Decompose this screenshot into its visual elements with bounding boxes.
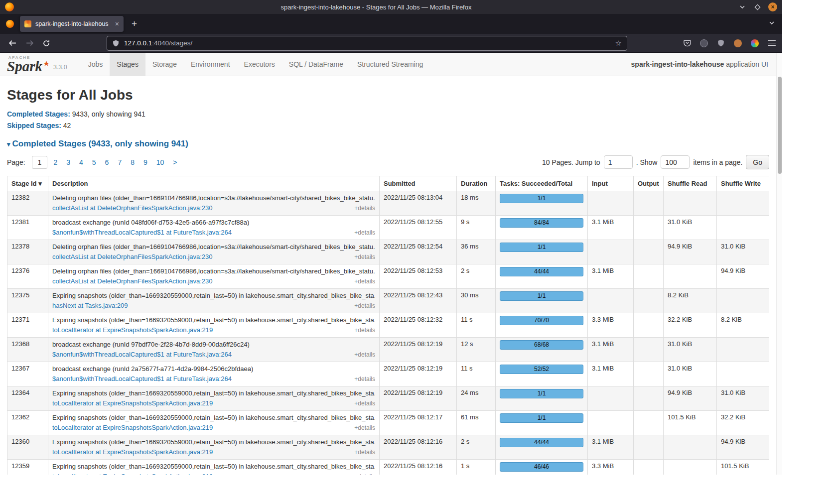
task-progress-bar: 70/70 [500, 316, 583, 325]
details-toggle[interactable]: +details [354, 326, 375, 335]
task-progress-bar: 52/52 [500, 365, 583, 374]
stage-callsite-link[interactable]: toLocalIterator at ExpireSnapshotsSparkA… [52, 399, 213, 408]
page-link-5[interactable]: 5 [88, 156, 101, 168]
stage-callsite-link[interactable]: collectAsList at DeleteOrphanFilesSparkA… [52, 277, 213, 286]
output-cell [634, 264, 664, 289]
minimize-icon[interactable] [738, 3, 746, 11]
column-header-5[interactable]: Input [588, 176, 634, 191]
nav-stages[interactable]: Stages [110, 53, 145, 76]
stage-callsite-link[interactable]: $anonfun$withThreadLocalCaptured$1 at Fu… [52, 375, 232, 383]
stage-callsite-link[interactable]: toLocalIterator at ExpireSnapshotsSparkA… [52, 448, 213, 457]
stage-callsite-link[interactable]: toLocalIterator at ExpireSnapshotsSparkA… [52, 423, 213, 432]
stage-callsite-link[interactable]: collectAsList at DeleteOrphanFilesSparkA… [52, 204, 213, 213]
column-header-8[interactable]: Shuffle Write [717, 176, 769, 191]
task-progress-label: 44/44 [500, 267, 583, 276]
jump-to-input[interactable] [604, 155, 633, 169]
completed-stages-link[interactable]: Completed Stages: [7, 110, 70, 118]
stage-callsite-link[interactable]: $anonfun$withThreadLocalCaptured$1 at Fu… [52, 228, 232, 237]
page-link-3[interactable]: 3 [62, 156, 75, 168]
menu-icon[interactable] [767, 39, 776, 48]
details-toggle[interactable]: +details [354, 252, 375, 261]
extension-icon-3[interactable] [750, 39, 759, 48]
page-link-10[interactable]: 10 [152, 156, 169, 168]
page-size-input[interactable] [661, 155, 690, 169]
column-header-4[interactable]: Tasks: Succeeded/Total [496, 176, 588, 191]
nav-executors[interactable]: Executors [237, 53, 282, 76]
close-icon[interactable]: × [768, 2, 777, 11]
stage-callsite-link[interactable]: collectAsList at DeleteOrphanFilesSparkA… [52, 252, 213, 261]
completed-stages-section-header[interactable]: ▾Completed Stages (9433, only showing 94… [7, 139, 769, 149]
details-toggle[interactable]: +details [354, 277, 375, 286]
page-next-link[interactable]: > [168, 156, 181, 168]
page-link-1[interactable]: 1 [32, 156, 48, 169]
column-header-2[interactable]: Submitted [380, 176, 457, 191]
page-link-2[interactable]: 2 [49, 156, 62, 168]
firefox-view-button[interactable] [5, 19, 15, 29]
details-toggle[interactable]: +details [354, 448, 375, 457]
submitted-cell: 2022/11/25 08:12:43 [380, 289, 457, 313]
tab-spark-ui[interactable]: spark-ingest-into-lakehous × [20, 16, 124, 32]
extension-icon-2[interactable] [733, 39, 742, 48]
new-tab-button[interactable]: + [129, 18, 140, 29]
stage-id-cell: 12376 [7, 264, 48, 289]
table-row: 12364 Expiring snapshots (older_than=166… [7, 386, 769, 411]
details-toggle[interactable]: +details [354, 472, 375, 475]
stage-callsite-link[interactable]: $anonfun$withThreadLocalCaptured$1 at Fu… [52, 350, 232, 359]
duration-cell: 36 ms [457, 240, 496, 264]
input-cell: 3.3 MiB [588, 460, 634, 475]
details-toggle[interactable]: +details [354, 375, 375, 383]
completed-stages-summary: Completed Stages: 9433, only showing 941 [7, 109, 769, 119]
shield-icon[interactable] [112, 39, 120, 47]
nav-storage[interactable]: Storage [145, 53, 184, 76]
column-header-6[interactable]: Output [634, 176, 664, 191]
shuffle-write-cell [717, 289, 769, 313]
stage-callsite-link[interactable]: toLocalIterator at ExpireSnapshotsSparkA… [52, 472, 213, 475]
column-header-0[interactable]: Stage Id ▾ [7, 176, 48, 191]
nav-sql-dataframe[interactable]: SQL / DataFrame [282, 53, 350, 76]
nav-environment[interactable]: Environment [184, 53, 237, 76]
details-toggle[interactable]: +details [354, 228, 375, 237]
stage-callsite-link[interactable]: hasNext at Tasks.java:209 [52, 301, 128, 310]
page-link-8[interactable]: 8 [126, 156, 139, 168]
extension-shield-icon[interactable] [716, 39, 725, 48]
details-toggle[interactable]: +details [354, 399, 375, 408]
scrollbar-thumb[interactable] [778, 77, 782, 174]
reload-icon[interactable] [40, 37, 53, 50]
skipped-stages-link[interactable]: Skipped Stages: [7, 122, 61, 129]
output-cell [634, 362, 664, 386]
back-icon[interactable] [6, 37, 19, 50]
tab-close-icon[interactable]: × [115, 20, 119, 28]
extension-icon-1[interactable] [699, 39, 708, 48]
page-link-6[interactable]: 6 [101, 156, 114, 168]
spark-logo[interactable]: APACHE Spark★ 3.3.0 [0, 53, 72, 76]
stage-id-cell: 12367 [7, 362, 48, 386]
bookmark-star-icon[interactable]: ☆ [615, 39, 622, 48]
submitted-cell: 2022/11/25 08:12:55 [380, 216, 457, 240]
details-toggle[interactable]: +details [354, 423, 375, 432]
forward-icon[interactable] [23, 37, 36, 50]
submitted-cell: 2022/11/25 08:12:19 [380, 338, 457, 362]
column-header-7[interactable]: Shuffle Read [664, 176, 717, 191]
stage-id-cell: 12382 [7, 191, 48, 216]
pocket-icon[interactable] [683, 39, 692, 48]
maximize-icon[interactable] [753, 3, 761, 11]
url-text[interactable]: 127.0.0.1:4040/stages/ [124, 39, 611, 47]
column-header-3[interactable]: Duration [457, 176, 496, 191]
nav-jobs[interactable]: Jobs [81, 53, 110, 76]
column-header-1[interactable]: Description [48, 176, 380, 191]
stage-callsite-link[interactable]: toLocalIterator at ExpireSnapshotsSparkA… [52, 326, 213, 335]
page-link-7[interactable]: 7 [113, 156, 126, 168]
input-cell: 3.1 MiB [588, 338, 634, 362]
details-toggle[interactable]: +details [354, 350, 375, 359]
page-scrollbar[interactable] [776, 53, 782, 475]
description-cell: Deleting orphan files (older_than=166910… [48, 240, 380, 264]
nav-structured-streaming[interactable]: Structured Streaming [350, 53, 430, 76]
url-bar[interactable]: 127.0.0.1:4040/stages/ ☆ [107, 36, 627, 51]
page-link-4[interactable]: 4 [75, 156, 88, 168]
page-link-9[interactable]: 9 [139, 156, 152, 168]
go-button[interactable]: Go [746, 155, 769, 169]
details-toggle[interactable]: +details [354, 301, 375, 310]
tasks-cell: 70/70 [496, 313, 588, 338]
details-toggle[interactable]: +details [354, 204, 375, 213]
list-all-tabs-icon[interactable] [768, 19, 775, 28]
